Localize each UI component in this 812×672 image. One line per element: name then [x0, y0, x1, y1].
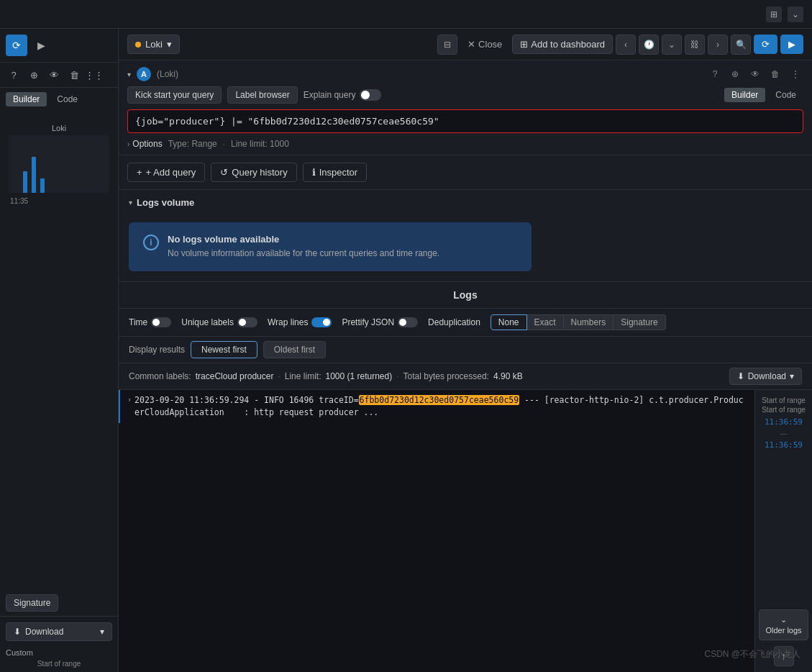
common-labels-values: traceCloud producer [196, 371, 274, 381]
inspector-icon: ℹ [312, 167, 316, 178]
dedup-buttons: None Exact Numbers Signature [491, 314, 666, 330]
log-highlight: 6fbb0d7230d12c30ed0757ceae560c59 [359, 395, 520, 405]
query-copy-icon[interactable]: ⊕ [727, 66, 743, 82]
unique-labels-toggle-switch[interactable] [237, 317, 257, 327]
datasource-selector[interactable]: Loki ▾ [127, 35, 180, 54]
sidebar-top: ⟳ ▶ [0, 29, 118, 63]
scroll-top-button[interactable]: ↑ [774, 646, 794, 666]
download-button[interactable]: ⬇ Download ▾ [729, 368, 802, 385]
timeline-time-2: 11:36:59 [765, 440, 803, 450]
toggle-knob [361, 91, 370, 99]
oldest-first-button[interactable]: Oldest first [263, 341, 326, 358]
inspector-button[interactable]: ℹ Inspector [303, 163, 367, 182]
sidebar-icon-save[interactable]: ⊕ [26, 67, 42, 83]
link-icon[interactable]: ⛓ [685, 35, 705, 55]
line-limit-key: Line limit: [285, 371, 321, 381]
wrap-lines-toggle-switch[interactable] [311, 317, 332, 327]
no-volume-box: i No logs volume available No volume inf… [129, 222, 532, 271]
logs-meta: Common labels: traceCloud producer · Lin… [119, 363, 812, 390]
history-icon: ↺ [220, 167, 228, 178]
sidebar-time-label: 11:35 [9, 197, 109, 205]
wrap-lines-toggle-knob [323, 319, 330, 326]
query-editor: ▾ A (Loki) ? ⊕ 👁 🗑 ⋮ Kick start your que… [119, 60, 812, 155]
main-layout: ⟳ ▶ ? ⊕ 👁 🗑 ⋮⋮ Builder Code Loki 11:35 S… [0, 29, 812, 672]
datasource-status-dot [135, 42, 141, 47]
scroll-top-icon: ↑ [781, 650, 786, 662]
builder-code-right: Builder Code [724, 88, 803, 102]
sidebar-icon-eye[interactable]: 👁 [46, 67, 62, 83]
query-more-icon[interactable]: ⋮ [788, 66, 803, 82]
deduplication-label: Deduplication [428, 317, 480, 327]
older-logs-button[interactable]: ⌄ Older logs [759, 609, 808, 640]
mini-chart [9, 135, 109, 193]
sidebar-start-of-range: Start of range [0, 658, 118, 669]
sidebar-signature-button[interactable]: Signature [6, 594, 58, 612]
dedup-none-button[interactable]: None [491, 314, 527, 330]
start-of-range-label: Start of range Start of range [762, 396, 806, 414]
options-toggle[interactable]: › Options [127, 139, 163, 149]
sidebar-code-button[interactable]: Code [50, 92, 85, 106]
zoom-out-icon[interactable]: 🔍 [731, 35, 751, 55]
logs-content-wrap: › 2023-09-20 11:36:59.294 - INFO 16496 t… [119, 390, 812, 672]
unique-labels-toggle-knob [239, 319, 246, 326]
sidebar-builder-button[interactable]: Builder [6, 92, 47, 106]
logs-volume-header[interactable]: ▾ Logs volume [119, 190, 812, 215]
monitor-icon[interactable]: ⊞ [766, 6, 782, 22]
sidebar-toggle-icon[interactable]: ⊟ [437, 35, 457, 55]
builder-button-right[interactable]: Builder [724, 88, 765, 102]
prettify-json-toggle-switch[interactable] [398, 317, 418, 327]
query-help-icon[interactable]: ? [707, 66, 723, 82]
datasource-name-label: Loki [145, 39, 163, 50]
explain-toggle-switch[interactable] [360, 89, 381, 101]
logs-controls: Time Unique labels Wrap lines [119, 309, 812, 337]
unique-labels-toggle: Unique labels [181, 317, 257, 327]
total-bytes-key: Total bytes processed: [403, 371, 489, 381]
sidebar-icon-question[interactable]: ? [6, 67, 22, 83]
kick-start-button[interactable]: Kick start your query [127, 86, 222, 104]
sidebar-icons-row: ? ⊕ 👁 🗑 ⋮⋮ [0, 63, 118, 88]
sidebar-home-button[interactable]: ⟳ [6, 35, 27, 56]
line-limit-value: 1000 (1 returned) [325, 371, 392, 381]
sidebar-datasource-label: Loki [52, 124, 66, 132]
log-text: 2023-09-20 11:36:59.294 - INFO 16496 tra… [134, 394, 747, 419]
query-eye-icon[interactable]: 👁 [747, 66, 763, 82]
sidebar-icon-grid[interactable]: ⋮⋮ [86, 67, 102, 83]
add-query-button[interactable]: + + Add query [127, 163, 205, 182]
log-expand-icon[interactable]: › [127, 394, 132, 419]
dedup-numbers-button[interactable]: Numbers [564, 314, 614, 330]
sidebar-download-label: Download [25, 627, 63, 637]
add-to-dashboard-button[interactable]: ⊞ Add to dashboard [512, 35, 613, 54]
dedup-exact-button[interactable]: Exact [527, 314, 564, 330]
time-toggle-switch[interactable] [151, 317, 171, 327]
nav-prev-icon[interactable]: ‹ [616, 35, 636, 55]
top-bar-icons: ⊞ ⌄ [766, 6, 803, 22]
dedup-signature-button[interactable]: Signature [613, 314, 665, 330]
run-button[interactable]: ⟳ [754, 35, 777, 54]
content-area: Loki ▾ ⊟ ✕ Close ⊞ Add to dashboard ‹ 🕐 … [119, 29, 812, 672]
query-input[interactable]: {job="producer"} |= "6fbb0d7230d12c30ed0… [127, 109, 803, 133]
nav-next-icon[interactable]: › [708, 35, 728, 55]
header-btn-group: ⊟ ✕ Close ⊞ Add to dashboard ‹ 🕐 ⌄ ⛓ › 🔍… [437, 35, 803, 55]
run-arrow-button[interactable]: ▶ [780, 35, 803, 54]
collapse-chevron-icon[interactable]: ▾ [127, 71, 131, 78]
sidebar-signature: Signature [0, 590, 118, 616]
nav-chevron-icon[interactable]: ⌄ [662, 35, 682, 55]
sidebar-download-button[interactable]: ⬇ Download ▾ [6, 622, 112, 641]
sidebar-builder-code: Builder Code [0, 88, 118, 111]
close-button[interactable]: ✕ Close [460, 35, 509, 53]
query-datasource-name: (Loki) [157, 69, 178, 79]
code-button-right[interactable]: Code [768, 88, 803, 102]
options-chevron-icon: › [127, 140, 129, 148]
run-arrow-icon: ▶ [788, 39, 795, 50]
query-trash-icon[interactable]: 🗑 [767, 66, 783, 82]
time-toggle-knob [152, 319, 160, 326]
no-volume-title: No logs volume available [168, 234, 439, 245]
chevron-down-icon[interactable]: ⌄ [788, 6, 803, 22]
sidebar-run-button[interactable]: ▶ [30, 35, 52, 56]
newest-first-button[interactable]: Newest first [191, 341, 257, 358]
query-history-button[interactable]: ↺ Query history [211, 163, 296, 182]
info-icon: i [143, 235, 159, 250]
sidebar-icon-trash[interactable]: 🗑 [66, 67, 82, 83]
time-picker-icon[interactable]: 🕐 [639, 35, 659, 55]
label-browser-button[interactable]: Label browser [227, 86, 297, 104]
